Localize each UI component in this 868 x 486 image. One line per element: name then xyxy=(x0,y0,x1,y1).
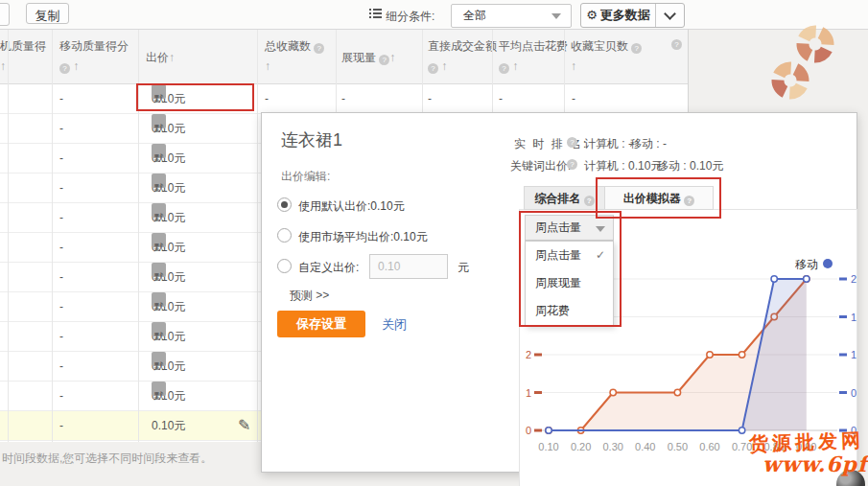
bid-cell[interactable]: 默0.10元 xyxy=(152,174,185,202)
toolbar: 复制 细分条件: 全部 ⚙更多数据 xyxy=(0,0,868,30)
keyword-bid-page: 复制 细分条件: 全部 ⚙更多数据 机质量得↑移动质量得分? ↑出价↑总收藏数 … xyxy=(0,0,868,486)
sort-arrow-icon[interactable]: ↑ xyxy=(169,51,175,64)
column-header[interactable]: 移动质量得分 xyxy=(59,38,129,55)
bid-option-label: 自定义出价: xyxy=(298,260,359,276)
close-link[interactable]: 关闭 xyxy=(382,316,407,334)
help-icon: ? xyxy=(499,63,509,74)
column-header[interactable]: 展现量 ?↑ xyxy=(341,50,395,66)
column-divider xyxy=(8,30,9,442)
mobile-quality-cell: - xyxy=(59,382,63,410)
mobile-quality-cell: - xyxy=(59,233,63,262)
column-header-sort[interactable]: ↑ xyxy=(571,59,576,73)
filter-select[interactable]: 全部 xyxy=(451,4,572,28)
svg-text:2: 2 xyxy=(526,349,531,360)
bid-option-radio[interactable] xyxy=(277,228,292,243)
bid-option-radio[interactable] xyxy=(277,259,292,273)
bid-cell[interactable]: 默0.10元 xyxy=(152,144,185,173)
column-header[interactable]: 出价↑ xyxy=(146,50,175,66)
metric-cell: - xyxy=(572,84,575,113)
metric-cell: - xyxy=(265,84,269,113)
table-header: 机质量得↑移动质量得分? ↑出价↑总收藏数 ?↑展现量 ?↑直接成交金额? ↑平… xyxy=(0,30,689,84)
default-bid-badge: 默 xyxy=(152,233,166,247)
svg-text:0.40: 0.40 xyxy=(635,441,655,452)
bid-cell[interactable]: 默0.10元 xyxy=(152,322,185,351)
help-icon: ? xyxy=(428,63,438,74)
default-bid-badge: 默 xyxy=(152,203,166,218)
bid-cell[interactable]: 默0.10元 xyxy=(152,352,185,381)
bid-mobile-value: 移动 : 0.10元 xyxy=(657,158,723,174)
bid-cell[interactable]: 默0.10元 xyxy=(152,263,185,291)
column-header-sort[interactable]: ? ↑ xyxy=(428,59,447,74)
svg-text:0: 0 xyxy=(526,425,531,436)
save-settings-button[interactable]: 保存设置 xyxy=(277,311,365,337)
sort-arrow-icon[interactable]: ↑ xyxy=(571,59,576,73)
annotation-box-bid-cell xyxy=(136,83,254,111)
column-header-sort[interactable]: ↑ xyxy=(265,59,270,73)
sort-arrow-icon[interactable]: ↑ xyxy=(73,59,79,73)
column-divider xyxy=(52,30,53,442)
default-bid-badge: 默 xyxy=(152,144,166,158)
bid-edit-popup: 连衣裙1 出价编辑: 使用默认出价:0.10元使用市场平均出价:0.10元自定义… xyxy=(261,112,857,473)
column-header[interactable]: 平均点击花费 xyxy=(499,38,568,55)
help-icon: ? xyxy=(59,63,70,74)
gear-icon: ⚙ xyxy=(586,8,598,22)
custom-bid-input[interactable] xyxy=(369,254,448,279)
currency-unit-label: 元 xyxy=(457,260,469,276)
sort-arrow-icon[interactable]: ↑ xyxy=(389,51,395,64)
column-divider xyxy=(257,30,258,442)
svg-text:0.60: 0.60 xyxy=(699,441,719,452)
keyword-title: 连衣裙1 xyxy=(281,128,342,151)
sort-arrow-icon[interactable]: ↑ xyxy=(512,59,518,73)
copy-button[interactable]: 复制 xyxy=(26,3,69,24)
mobile-quality-cell: - xyxy=(59,114,63,143)
mobile-quality-cell: - xyxy=(59,84,63,113)
bid-cell[interactable]: 默0.10元 xyxy=(152,292,185,321)
tab-overall-rank[interactable]: 综合排名 ? xyxy=(524,186,605,210)
bid-cell[interactable]: 默0.10元 xyxy=(152,382,185,410)
column-header[interactable]: 直接成交金额 xyxy=(428,38,497,55)
svg-text:0.30: 0.30 xyxy=(602,441,622,452)
help-icon[interactable]: ? xyxy=(567,137,577,148)
mobile-quality-cell: - xyxy=(59,322,63,351)
predict-link[interactable]: 预测 >> xyxy=(290,288,329,304)
help-icon: ? xyxy=(671,39,682,50)
keyword-bid-label: 关键词出价: xyxy=(510,158,571,174)
metric-cell: - xyxy=(499,84,503,113)
filter-list-icon xyxy=(369,9,382,20)
help-icon[interactable]: ? xyxy=(567,159,577,170)
bid-pc-value: 计算机 : 0.10元 xyxy=(584,158,662,174)
bid-cell[interactable]: 默0.10元 xyxy=(152,203,185,232)
bid-cell[interactable]: 默0.10元 xyxy=(152,233,185,262)
bid-cell[interactable]: 默0.10元 xyxy=(152,114,185,143)
table-row[interactable]: -默0.10元----- xyxy=(0,84,689,114)
svg-text:移动: 移动 xyxy=(795,258,818,271)
realtime-mobile-value: 移动 : - xyxy=(630,136,667,152)
more-data-button[interactable]: ⚙更多数据 xyxy=(580,3,685,28)
mobile-quality-cell: - xyxy=(59,263,63,291)
mobile-quality-cell: - xyxy=(59,144,63,173)
sort-arrow-icon[interactable]: ↑ xyxy=(265,59,270,73)
help-icon: ? xyxy=(314,43,324,54)
caret-down-icon xyxy=(551,13,561,19)
column-header-sort[interactable]: ↑ xyxy=(0,59,6,73)
bid-option-label: 使用市场平均出价:0.10元 xyxy=(298,229,428,245)
filter-label: 细分条件: xyxy=(386,9,434,25)
partial-button[interactable] xyxy=(0,3,10,26)
sort-arrow-icon[interactable]: ↑ xyxy=(0,59,6,73)
column-header-sort[interactable]: ? ↑ xyxy=(499,59,518,74)
more-data-label: 更多数据 xyxy=(600,8,650,22)
column-header-sort[interactable]: ? ↑ xyxy=(59,59,79,74)
bid-cell[interactable]: 0.10元 xyxy=(152,411,185,440)
mobile-quality-cell: - xyxy=(59,174,63,202)
edit-bid-icon[interactable]: ✎ xyxy=(238,411,250,440)
help-icon: ? xyxy=(631,43,642,54)
bid-option-radio[interactable] xyxy=(277,197,292,212)
default-bid-badge: 默 xyxy=(152,352,166,366)
column-header[interactable]: 总收藏数 ? xyxy=(265,38,324,55)
brand-pinwheel-logo xyxy=(761,23,847,111)
default-bid-badge: 默 xyxy=(152,382,166,396)
column-header[interactable]: 收藏宝贝数 ? xyxy=(571,38,642,55)
sort-arrow-icon[interactable]: ↑ xyxy=(441,59,447,73)
mobile-quality-cell: - xyxy=(59,411,63,440)
svg-text:0.10: 0.10 xyxy=(538,441,558,452)
